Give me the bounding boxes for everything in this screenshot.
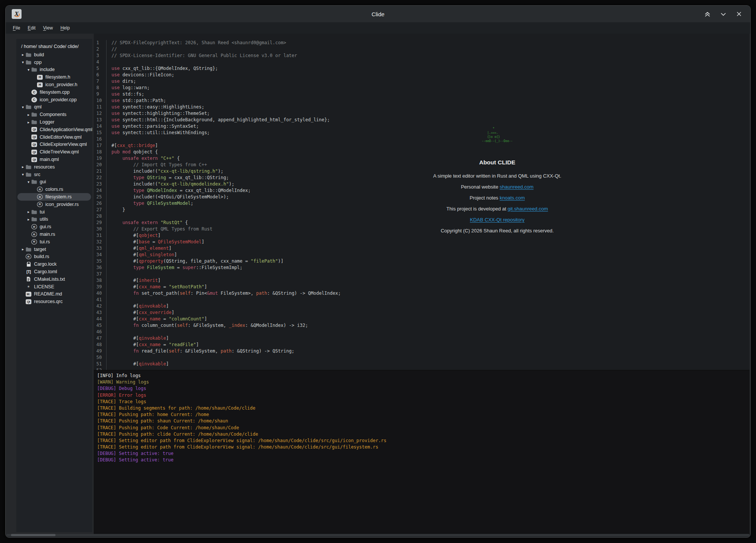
tree-item-include[interactable]: ▾include (16, 66, 92, 74)
title-bar[interactable]: X Clide (6, 6, 750, 22)
tree-item-utils[interactable]: ▸utils (16, 216, 92, 223)
tree-item-main.rs[interactable]: Rmain.rs (16, 231, 92, 238)
menu-help[interactable]: Help (57, 24, 73, 32)
line-number: 11 (94, 104, 107, 111)
chevron-down-icon: ▾ (20, 172, 26, 176)
line-number: 51 (94, 361, 107, 368)
tree-item-cmakelists.txt[interactable]: CMakeLists.txt (16, 275, 92, 283)
qt-file-icon: Qt (31, 142, 37, 147)
x11-logo-icon: X (14, 10, 19, 18)
rust-file-icon: R (31, 232, 37, 237)
tree-item-filesystem.rs[interactable]: Rfilesystem.rs (16, 193, 92, 201)
line-number: 9 (94, 91, 107, 98)
line-number: 37 (94, 271, 107, 278)
tree-item-label: icon_provider.rs (45, 202, 79, 207)
shade-button[interactable] (702, 9, 713, 19)
menu-view[interactable]: View (40, 24, 56, 32)
cpp-file-icon: C (31, 90, 37, 95)
app-window: X Clide FileEditViewHelp / home/ shaun/ … (5, 5, 751, 538)
tree-item-readme.md[interactable]: M↓README.md (16, 291, 92, 298)
tree-root-path: / home/ shaun/ Code/ clide/ (16, 42, 92, 51)
folder-icon (31, 217, 37, 221)
code-line-35: 35 #[qproperty(QString, file_path, cxx_n… (94, 258, 750, 265)
code-line-10: 10use std::path::Path; (94, 98, 750, 104)
tree-item-label: build.rs (34, 254, 49, 259)
line-number: 46 (94, 329, 107, 336)
tree-item-label: LICENSE (34, 284, 54, 289)
tree-item-tui[interactable]: ▸tui (16, 208, 92, 216)
about-text-block: A simple text editor written in Rust and… (395, 170, 599, 236)
link-kdab-cxx-qt-repository[interactable]: KDAB CXX-Qt repository (470, 217, 525, 223)
tree-item-build[interactable]: ▸build (16, 51, 92, 59)
line-number: 22 (94, 175, 107, 181)
tree-item-label: icon_provider.cpp (40, 97, 77, 102)
tree-item-resources[interactable]: ▸resources (16, 163, 92, 171)
horizontal-scrollbar[interactable] (6, 534, 750, 536)
content-area: / home/ shaun/ Code/ clide/ ▸build▾cpp▾i… (6, 34, 750, 537)
code-editor[interactable]: 1// SPDX-FileCopyrightText: 2026, Shaun … (94, 34, 750, 370)
link-git.shaunreed.com[interactable]: git.shaunreed.com (507, 206, 548, 212)
link-knoats.com[interactable]: knoats.com (500, 195, 525, 201)
minimize-button[interactable] (718, 9, 728, 19)
tree-item-filesystem.cpp[interactable]: Cfilesystem.cpp (16, 88, 92, 96)
tree-item-qml[interactable]: ▾qml (16, 104, 92, 111)
tree-item-label: ClideApplicationView.qml (40, 127, 92, 132)
rust-file-icon: R (26, 254, 31, 259)
tree-item-build.rs[interactable]: Rbuild.rs (16, 253, 92, 261)
chevron-right-icon: ▸ (20, 247, 26, 251)
tree-item-gui[interactable]: ▾gui (16, 178, 92, 186)
scrollbar-thumb[interactable] (11, 534, 56, 536)
tree-item-gui.rs[interactable]: Rgui.rs (16, 223, 92, 231)
tree-item-colors.rs[interactable]: Rcolors.rs (16, 186, 92, 193)
chevron-right-icon: ▸ (26, 113, 31, 117)
tree-item-clideeditorview.qml[interactable]: QtClideEditorView.qml (16, 133, 92, 141)
tree-item-resources.qrc[interactable]: Qtresources.qrc (16, 298, 92, 305)
tree-item-cargo.toml[interactable]: [T]Cargo.toml (16, 268, 92, 275)
tree-item-icon-provider.h[interactable]: Hicon_provider.h (16, 81, 92, 88)
tree-item-target[interactable]: ▸target (16, 246, 92, 253)
tree-item-license[interactable]: ✶LICENSE (16, 283, 92, 291)
tree-item-clideexplorerview.qml[interactable]: QtClideExplorerView.qml (16, 141, 92, 149)
about-text-line: This project is developed at git.shaunre… (395, 203, 599, 214)
code-line-45: 45 fn column_count(self: &FileSystem, _i… (94, 323, 750, 329)
tree-item-label: filesystem.h (45, 74, 70, 80)
line-number: 16 (94, 136, 107, 143)
tree-item-clideapplicationview.qml[interactable]: QtClideApplicationView.qml (16, 126, 92, 133)
log-console[interactable]: [INFO] Info logs[WARN] Warning logs[DEBU… (94, 370, 750, 536)
tree-item-tui.rs[interactable]: Rtui.rs (16, 238, 92, 246)
folder-icon (26, 247, 31, 252)
tree-item-icon-provider.cpp[interactable]: Cicon_provider.cpp (16, 96, 92, 104)
tree-item-logger[interactable]: ▸Logger (16, 118, 92, 126)
main-column: 1// SPDX-FileCopyrightText: 2026, Shaun … (94, 34, 750, 536)
about-text: Personal website (461, 184, 500, 190)
header-file-icon: H (37, 75, 43, 80)
tree-item-filesystem.h[interactable]: Hfilesystem.h (16, 73, 92, 81)
tree-item-icon-provider.rs[interactable]: Ricon_provider.rs (16, 201, 92, 208)
code-line-43: 43 #[cxx_override] (94, 310, 750, 316)
desktop-background: X Clide FileEditViewHelp / home/ shaun/ … (0, 0, 756, 543)
line-number: 47 (94, 336, 107, 342)
tree-item-main.qml[interactable]: Qtmain.qml (16, 156, 92, 163)
close-button[interactable] (734, 9, 744, 19)
about-text-line: Personal website shaunreed.com (395, 181, 599, 192)
tree-item-label: gui.rs (40, 224, 51, 229)
code-line-46: 46 (94, 329, 750, 336)
log-line-trace: [TRACE] Pushing path: shaun Current: /ho… (97, 418, 746, 425)
tree-item-label: filesystem.rs (45, 194, 71, 200)
qt-file-icon: Qt (31, 127, 37, 132)
folder-icon (26, 105, 31, 109)
folder-icon (31, 112, 37, 117)
line-number: 10 (94, 98, 107, 104)
code-line-47: 47 #[qinvokable] (94, 336, 750, 342)
tree-item-cpp[interactable]: ▾cpp (16, 59, 92, 66)
menu-file[interactable]: File (9, 24, 23, 32)
code-line-2: 2// (94, 46, 750, 53)
link-shaunreed.com[interactable]: shaunreed.com (500, 184, 534, 190)
tree-item-cargo.lock[interactable]: Cargo.lock (16, 260, 92, 268)
tree-item-clidetreeview.qml[interactable]: QtClideTreeView.qml (16, 148, 92, 156)
tree-item-src[interactable]: ▾src (16, 171, 92, 178)
chevron-right-icon: ▸ (20, 165, 26, 169)
tree-item-components[interactable]: ▸Components (16, 111, 92, 118)
menu-edit[interactable]: Edit (24, 24, 39, 32)
line-number: 42 (94, 303, 107, 310)
